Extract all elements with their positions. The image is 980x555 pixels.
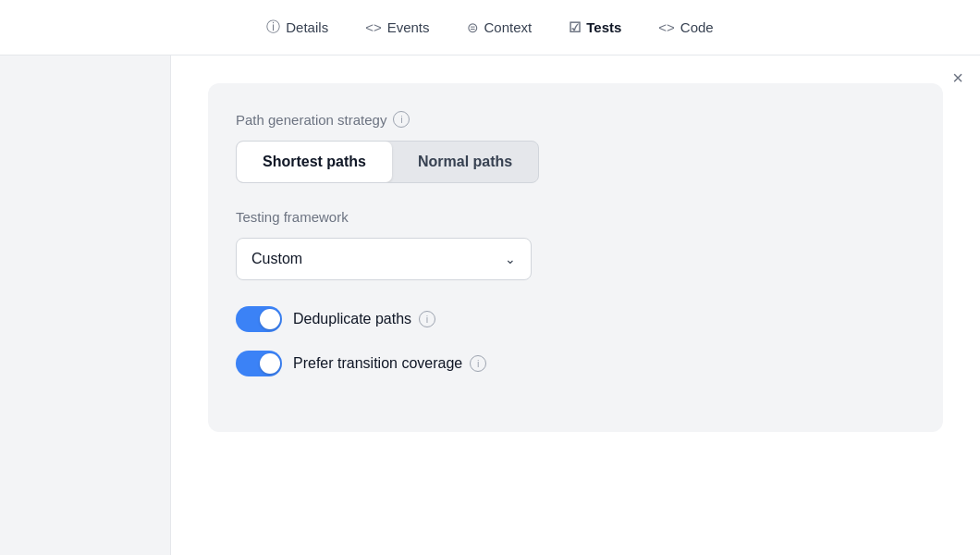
nav-tests[interactable]: ☑ Tests [554,12,636,43]
nav-details[interactable]: ⓘ Details [251,11,343,43]
testing-framework-label: Testing framework [236,209,349,225]
shortest-paths-button[interactable]: Shortest paths [237,142,392,182]
transition-coverage-row: Prefer transition coverage i [236,351,915,376]
deduplicate-paths-toggle[interactable] [236,306,282,332]
top-nav: ⓘ Details <> Events ⊜ Context ☑ Tests <>… [0,0,980,56]
testing-framework-dropdown-container: Custom ⌄ [236,238,915,280]
nav-context-label: Context [484,19,533,35]
testing-framework-dropdown[interactable]: Custom ⌄ [236,238,532,280]
clipboard-icon: ☑ [569,19,581,36]
sidebar [0,56,171,555]
content-area: × Path generation strategy i Shortest pa… [171,56,980,555]
info-icon: ⓘ [266,18,280,36]
chevron-down-icon: ⌄ [505,252,516,266]
nav-code[interactable]: <> Code [643,12,728,43]
dropdown-selected-value: Custom [251,251,302,267]
transition-coverage-text: Prefer transition coverage [293,355,462,372]
code-icon-code: <> [658,19,675,35]
path-strategy-info-icon[interactable]: i [393,111,410,128]
nav-tests-label: Tests [586,19,621,35]
deduplicate-paths-text: Deduplicate paths [293,311,411,327]
path-strategy-label: Path generation strategy [236,112,386,128]
transition-coverage-toggle[interactable] [236,351,282,376]
deduplicate-paths-track [236,306,282,332]
settings-panel: Path generation strategy i Shortest path… [208,83,943,432]
main-layout: × Path generation strategy i Shortest pa… [0,56,980,555]
deduplicate-paths-row: Deduplicate paths i [236,306,915,332]
deduplicate-paths-info-icon[interactable]: i [419,311,435,327]
deduplicate-paths-label: Deduplicate paths i [293,311,435,327]
nav-details-label: Details [286,19,328,35]
transition-coverage-info-icon[interactable]: i [470,355,486,372]
normal-paths-button[interactable]: Normal paths [392,142,538,182]
nav-events[interactable]: <> Events [350,12,444,43]
nav-events-label: Events [387,19,430,35]
db-icon: ⊜ [467,19,479,36]
transition-coverage-track [236,351,282,376]
path-strategy-section: Path generation strategy i [236,111,915,128]
nav-context[interactable]: ⊜ Context [452,12,547,43]
transition-coverage-label: Prefer transition coverage i [293,355,486,372]
testing-framework-section: Testing framework [236,209,915,225]
code-icon-events: <> [365,19,382,35]
close-button[interactable]: × [952,68,963,87]
path-strategy-toggle-group: Shortest paths Normal paths [236,141,539,183]
nav-code-label: Code [680,19,714,35]
